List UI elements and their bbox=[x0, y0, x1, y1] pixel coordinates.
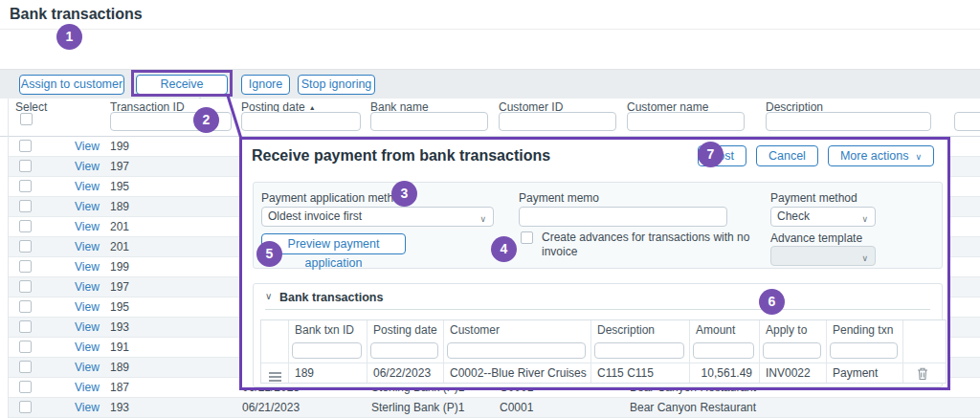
inner-cell-customer: C0002--Blue River Cruises bbox=[450, 363, 587, 384]
inner-filter-input-apply-to[interactable] bbox=[763, 342, 821, 359]
inner-filter-input-customer[interactable] bbox=[447, 342, 586, 359]
view-link[interactable]: View bbox=[75, 197, 100, 216]
row-checkbox[interactable] bbox=[19, 140, 32, 152]
select-all-checkbox[interactable] bbox=[20, 113, 33, 125]
cell-customer-id: C0001 bbox=[500, 398, 533, 417]
more-actions-button[interactable]: More actions ∨ bbox=[828, 145, 934, 166]
bank-transactions-section: ∨ Bank transactions Bank txn IDPosting d… bbox=[253, 283, 943, 387]
column-header-select: Select bbox=[15, 100, 47, 114]
view-link[interactable]: View bbox=[75, 297, 100, 317]
inner-cell-posting-date: 06/22/2023 bbox=[373, 363, 431, 384]
cell-transaction-id: 199 bbox=[110, 257, 129, 276]
inner-filter-input-description[interactable] bbox=[594, 342, 684, 359]
view-link[interactable]: View bbox=[75, 137, 100, 156]
create-advances-label: Create advances for transactions with no… bbox=[542, 231, 773, 258]
advance-template-label: Advance template bbox=[770, 231, 862, 245]
bank-transactions-page: Bank transactions Cash in▼ Manage views▼… bbox=[0, 0, 980, 418]
view-link[interactable]: View bbox=[75, 277, 100, 297]
column-divider bbox=[443, 320, 444, 383]
ignore-button[interactable]: Ignore bbox=[241, 75, 290, 95]
row-checkbox[interactable] bbox=[19, 341, 32, 353]
callout-badge-3: 3 bbox=[391, 181, 417, 207]
view-link[interactable]: View bbox=[75, 237, 100, 256]
chevron-down-icon: ∨ bbox=[861, 250, 868, 268]
inner-column-header-amount: Amount bbox=[696, 323, 735, 337]
stop-ignoring-button[interactable]: Stop ignoring bbox=[298, 75, 375, 95]
cell-transaction-id: 195 bbox=[110, 177, 129, 196]
payment-application-method-select[interactable]: Oldest invoice first∨ bbox=[261, 207, 494, 227]
inner-column-header-bank-txn-id: Bank txn ID bbox=[295, 323, 354, 337]
cell-posting-date: 06/21/2023 bbox=[242, 398, 300, 417]
filter-input-customer-name[interactable] bbox=[627, 112, 745, 131]
view-link[interactable]: View bbox=[75, 257, 100, 276]
chevron-down-icon: ∨ bbox=[479, 210, 486, 229]
payment-memo-input[interactable] bbox=[519, 207, 727, 227]
payment-method-label: Payment method bbox=[770, 191, 858, 205]
cell-customer-name: Bear Canyon Restaurant bbox=[630, 398, 756, 417]
callout-badge-5: 5 bbox=[256, 241, 282, 267]
filter-input-bank-name[interactable] bbox=[370, 112, 488, 131]
cell-transaction-id: 193 bbox=[110, 398, 129, 417]
view-link[interactable]: View bbox=[75, 318, 100, 337]
cell-transaction-id: 199 bbox=[110, 137, 129, 156]
table-row: View19306/21/2023Sterling Bank (P)1C0001… bbox=[8, 398, 980, 418]
sort-ascending-icon: ▲ bbox=[309, 104, 316, 111]
payment-application-method-label: Payment application method bbox=[261, 191, 406, 205]
view-link[interactable]: View bbox=[75, 177, 100, 196]
row-checkbox[interactable] bbox=[19, 220, 32, 232]
cell-transaction-id: 201 bbox=[110, 217, 129, 236]
create-advances-checkbox[interactable] bbox=[521, 231, 533, 244]
main-table-header: Select Transaction ID Posting date▲ Bank… bbox=[0, 99, 980, 137]
view-link[interactable]: View bbox=[75, 338, 100, 357]
column-divider bbox=[759, 320, 760, 383]
row-checkbox[interactable] bbox=[19, 300, 32, 313]
inner-filter-input-bank-txn-id[interactable] bbox=[292, 342, 362, 359]
row-checkbox[interactable] bbox=[19, 260, 32, 273]
row-checkbox[interactable] bbox=[19, 381, 32, 393]
payment-method-select[interactable]: Check∨ bbox=[770, 207, 876, 227]
callout-badge-6: 6 bbox=[759, 289, 785, 315]
inner-cell-apply-to: INV0022 bbox=[766, 363, 811, 384]
row-checkbox[interactable] bbox=[19, 160, 32, 172]
collapse-chevron-icon[interactable]: ∨ bbox=[265, 291, 272, 301]
filter-input-customer-id[interactable] bbox=[499, 112, 616, 131]
section-rule bbox=[265, 309, 930, 310]
assign-to-customer-button[interactable]: Assign to customer bbox=[19, 75, 124, 95]
inner-filter-input-pending-txn[interactable] bbox=[830, 342, 898, 359]
chevron-down-icon: ∨ bbox=[861, 210, 868, 229]
column-divider bbox=[288, 320, 289, 383]
preview-payment-application-button[interactable]: Preview payment application bbox=[261, 233, 406, 254]
inner-cell-amount: 10,561.49 bbox=[689, 363, 752, 384]
row-checkbox[interactable] bbox=[19, 200, 32, 212]
inner-filter-input-posting-date[interactable] bbox=[370, 342, 438, 359]
view-link[interactable]: View bbox=[75, 398, 100, 417]
row-checkbox[interactable] bbox=[19, 180, 32, 192]
row-checkbox[interactable] bbox=[19, 361, 32, 373]
row-checkbox[interactable] bbox=[19, 320, 32, 333]
callout-badge-1: 1 bbox=[56, 24, 82, 50]
view-link[interactable]: View bbox=[75, 217, 100, 236]
inner-cell-description: C115 C115 bbox=[597, 363, 654, 384]
section-title: Bank transactions bbox=[279, 291, 383, 304]
view-link[interactable]: View bbox=[75, 157, 100, 176]
cell-transaction-id: 189 bbox=[110, 358, 129, 377]
view-link[interactable]: View bbox=[75, 378, 100, 397]
cancel-button[interactable]: Cancel bbox=[756, 145, 818, 166]
filter-input-description[interactable] bbox=[766, 112, 931, 131]
column-divider bbox=[902, 320, 903, 383]
receive-payment-dialog: Receive payment from bank transactions P… bbox=[239, 137, 950, 390]
inner-column-header-description: Description bbox=[597, 323, 655, 337]
delete-row-trash-icon[interactable] bbox=[917, 367, 928, 387]
dialog-transactions-table: Bank txn IDPosting dateCustomerDescripti… bbox=[260, 319, 947, 384]
filter-input-posting-date[interactable] bbox=[241, 112, 361, 131]
filter-input-extra[interactable] bbox=[954, 112, 980, 131]
page-title: Bank transactions bbox=[10, 6, 143, 23]
title-bar: Bank transactions bbox=[0, 0, 980, 30]
row-checkbox[interactable] bbox=[19, 280, 32, 293]
inner-filter-input-amount[interactable] bbox=[693, 342, 754, 359]
view-link[interactable]: View bbox=[75, 358, 100, 377]
row-checkbox[interactable] bbox=[19, 240, 32, 253]
inner-column-header-pending-txn: Pending txn bbox=[833, 323, 893, 337]
row-checkbox[interactable] bbox=[19, 401, 32, 413]
drag-handle-icon[interactable] bbox=[269, 368, 281, 388]
